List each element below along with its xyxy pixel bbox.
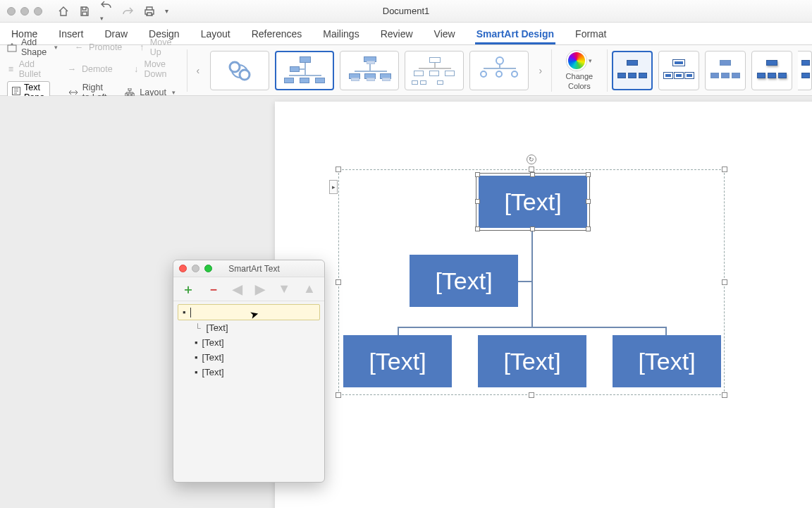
layout-option-5[interactable] — [469, 51, 529, 90]
move-up-button[interactable]: ↑Move Up — [137, 37, 176, 57]
outline-item-0[interactable]: ▪ — [178, 304, 320, 320]
add-shape-label: Add Shape — [21, 37, 49, 57]
connector — [398, 327, 399, 335]
layouts-gallery: ‹ — [192, 51, 547, 90]
tab-smartart-design[interactable]: SmartArt Design — [475, 24, 555, 44]
demote-button[interactable]: →Demote — [66, 59, 113, 79]
tab-mailings[interactable]: Mailings — [321, 24, 360, 44]
outline-text: [Text] — [202, 337, 224, 348]
assistant-indent-icon: └ — [195, 323, 201, 333]
outline-item-4[interactable]: ▪[Text] — [178, 365, 320, 380]
color-wheel-icon — [567, 51, 586, 71]
tab-format[interactable]: Format — [574, 24, 608, 44]
rotate-handle[interactable]: ↻ — [527, 155, 536, 164]
svg-rect-2 — [128, 88, 131, 90]
outline-item-3[interactable]: ▪[Text] — [178, 350, 320, 365]
smartart-text-pane[interactable]: SmartArt Text ＋ － ◀ ▶ ▼ ▲ ▪ └[Text] ▪[Te… — [173, 260, 325, 483]
titlebar: ▾ ▾ Document1 — [0, 0, 812, 23]
smartart-node-child-1[interactable]: [Text] — [343, 335, 452, 387]
minimize-window-icon[interactable] — [20, 7, 29, 16]
connector — [398, 327, 667, 328]
add-bullet-label: Add Bullet — [19, 59, 46, 79]
ribbon: Add Shape▾ ←Promote ↑Move Up ≡Add Bullet… — [0, 45, 812, 96]
ribbon-divider — [187, 49, 187, 92]
chevron-down-icon: ▾ — [54, 44, 58, 51]
chevron-down-icon: ▾ — [589, 57, 592, 64]
layout-option-4[interactable] — [405, 51, 464, 90]
resize-handle-s[interactable] — [529, 392, 534, 398]
layout-option-3[interactable] — [340, 51, 399, 90]
gallery-prev-button[interactable]: ‹ — [192, 51, 204, 90]
layout-option-2[interactable] — [275, 51, 334, 90]
smartart-node-assistant[interactable]: [Text] — [410, 255, 518, 307]
style-option-4[interactable] — [751, 51, 792, 90]
add-bullet-button[interactable]: ≡Add Bullet — [7, 59, 46, 79]
smartart-frame[interactable]: ↻ ▸ [Text] [Text] — [338, 169, 725, 395]
resize-handle-w[interactable] — [336, 279, 341, 285]
pane-add-icon[interactable]: ＋ — [182, 281, 195, 298]
resize-handle-e[interactable] — [722, 279, 727, 285]
undo-icon[interactable]: ▾ — [100, 0, 113, 23]
style-option-3[interactable] — [705, 51, 746, 90]
layout-option-1[interactable] — [210, 51, 269, 90]
close-window-icon[interactable] — [7, 7, 16, 16]
move-down-button[interactable]: ↓Move Down — [133, 59, 176, 79]
resize-handle-se[interactable] — [722, 392, 727, 398]
tab-references[interactable]: References — [250, 24, 304, 44]
tab-review[interactable]: Review — [379, 24, 414, 44]
promote-label: Promote — [89, 42, 122, 52]
arrow-right-icon: → — [66, 64, 78, 75]
ribbon-divider — [551, 49, 552, 92]
arrow-down-icon: ↓ — [133, 64, 140, 75]
style-option-1[interactable] — [612, 51, 653, 90]
pane-moveup-icon[interactable]: ▲ — [303, 282, 316, 296]
home-icon[interactable] — [58, 6, 69, 17]
save-icon[interactable] — [79, 6, 90, 17]
resize-handle-nw[interactable] — [336, 167, 341, 172]
arrow-left-icon: ← — [73, 42, 85, 53]
resize-handle-sw[interactable] — [336, 392, 341, 398]
pane-movedown-icon[interactable]: ▼ — [278, 282, 290, 296]
pane-titlebar[interactable]: SmartArt Text — [173, 260, 324, 277]
pane-promote-icon[interactable]: ◀ — [233, 282, 242, 297]
style-option-5[interactable] — [798, 51, 812, 90]
bullet-icon: ≡ — [7, 64, 15, 75]
promote-button[interactable]: ←Promote — [73, 37, 122, 57]
node-text: [Text] — [503, 348, 560, 375]
resize-handle-n[interactable] — [529, 167, 534, 172]
style-option-2[interactable] — [658, 51, 699, 90]
ribbon-divider — [607, 49, 608, 92]
outline-text: [Text] — [202, 367, 224, 377]
zoom-window-icon[interactable] — [34, 7, 42, 16]
pane-demote-icon[interactable]: ▶ — [255, 282, 265, 297]
redo-icon[interactable] — [123, 6, 134, 17]
pane-remove-icon[interactable]: － — [207, 281, 220, 298]
text-pane-toggle[interactable]: ▸ — [329, 180, 338, 194]
arrow-up-icon: ↑ — [137, 42, 146, 53]
change-colors-label-1: Change — [566, 72, 593, 80]
connector — [531, 228, 533, 327]
move-up-label: Move Up — [150, 37, 176, 57]
styles-gallery — [612, 51, 812, 90]
change-colors-button[interactable]: ▾ Change Colors — [566, 51, 593, 90]
gallery-next-button[interactable]: › — [534, 51, 547, 90]
node-text: [Text] — [504, 188, 561, 216]
connector — [665, 327, 667, 335]
print-icon[interactable] — [144, 6, 155, 17]
tab-view[interactable]: View — [433, 24, 457, 44]
pane-outline-list: ▪ └[Text] ▪[Text] ▪[Text] ▪[Text] — [173, 301, 324, 382]
outline-item-2[interactable]: ▪[Text] — [178, 335, 320, 350]
add-shape-button[interactable]: Add Shape▾ — [7, 37, 58, 57]
smartart-node-child-3[interactable]: [Text] — [613, 335, 721, 387]
document-page[interactable]: ↻ ▸ [Text] [Text] — [275, 102, 812, 508]
smartart-node-child-2[interactable]: [Text] — [478, 335, 586, 387]
tab-layout[interactable]: Layout — [199, 24, 232, 44]
outline-item-1[interactable]: └[Text] — [178, 320, 320, 335]
change-colors-label-2: Colors — [568, 82, 591, 90]
smartart-node-top[interactable]: [Text] — [479, 176, 587, 228]
node-text: [Text] — [369, 348, 426, 375]
window-controls — [7, 7, 42, 16]
resize-handle-ne[interactable] — [722, 167, 727, 172]
customize-qat-icon[interactable]: ▾ — [165, 7, 168, 15]
quick-access-toolbar: ▾ ▾ — [58, 0, 168, 23]
